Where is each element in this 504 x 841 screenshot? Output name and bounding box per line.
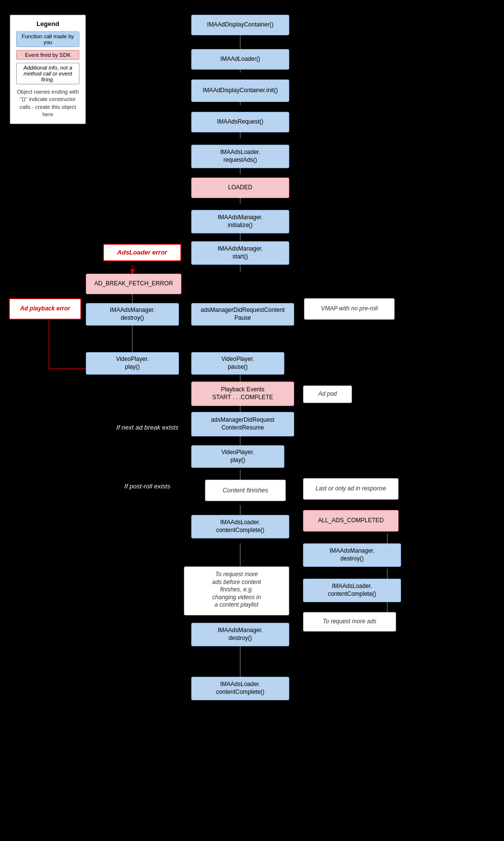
last-or-only-ad-in-response-box: Last or only ad in response [303, 478, 399, 500]
ima-ads-manager-destroy1-box: IMAAdsManager. destroy() [86, 303, 179, 326]
ads-manager-did-request-content-resume-box: adsManagerDidRequest ContentResume [191, 412, 294, 436]
legend-item-2: Event fired by SDK [16, 50, 79, 60]
legend-blue-box: Function call made by you [16, 31, 79, 47]
content-finishes-box: Content finishes [205, 480, 286, 501]
to-request-more-ads-before-box: To request more ads before content finis… [184, 566, 289, 615]
ima-ad-display-container-init-box: IMAAdDisplayContainer.init() [191, 79, 289, 102]
ima-ads-loader-content-complete1-box: IMAAdsLoader. contentComplete() [191, 515, 289, 538]
video-player-play1-box: VideoPlayer. play() [86, 352, 179, 375]
ima-ads-loader-content-complete3-box: IMAAdsLoader. contentComplete() [191, 677, 289, 700]
loaded-box: LOADED [191, 178, 289, 198]
ads-manager-did-request-content-pause-box: adsManagerDidRequestContent Pause [191, 303, 294, 326]
legend-note: Object names ending with "()" indicate c… [16, 88, 79, 119]
ima-ads-manager-destroy2-box: IMAAdsManager. destroy() [303, 543, 401, 567]
legend-pink-box: Event fired by SDK [16, 50, 79, 60]
legend-italic-box: Additional info, not a method call or ev… [16, 63, 79, 84]
all-ads-completed-box: ALL_ADS_COMPLETED [303, 510, 399, 532]
ads-loader-error-box: AdsLoader error [103, 244, 181, 261]
to-request-more-ads-box: To request more ads [303, 612, 396, 632]
vmap-no-pre-roll-box: VMAP with no pre-roll [304, 298, 395, 320]
ad-break-fetch-error-box: AD_BREAK_FETCH_ERROR [86, 274, 181, 294]
video-player-pause-box: VideoPlayer. pause() [191, 352, 284, 375]
ima-ads-loader-request-ads-box: IMAAdsLoader. requestAds() [191, 145, 289, 168]
if-next-ad-break-box: If next ad break exists [102, 417, 193, 438]
ima-ads-manager-destroy3-box: IMAAdsManager. destroy() [191, 623, 289, 646]
ima-ads-loader-box: IMAAdLoader() [191, 49, 289, 70]
ima-ad-display-container-box: IMAAdDisplayContainer() [191, 15, 289, 35]
video-player-play2-box: VideoPlayer. play() [191, 445, 284, 468]
playback-events-box: Playback Events START . . .COMPLETE [191, 382, 294, 406]
legend-box: Legend Function call made by you Event f… [10, 15, 86, 124]
ad-pod-box: Ad pod [303, 385, 352, 403]
if-post-roll-exists-box: If post-roll exists [107, 476, 188, 497]
legend-item-3: Additional info, not a method call or ev… [16, 63, 79, 84]
ad-playback-error-box: Ad playback error [9, 298, 81, 320]
diagram-container: Legend Function call made by you Event f… [0, 0, 504, 841]
legend-item-1: Function call made by you [16, 31, 79, 47]
ima-ads-manager-start-box: IMAAdsManager. start() [191, 241, 289, 265]
ima-ads-manager-initialize-box: IMAAdsManager. initialize() [191, 210, 289, 233]
ima-ads-request-box: IMAAdsRequest() [191, 112, 289, 132]
ima-ads-loader-content-complete2-box: IMAAdsLoader. contentComplete() [303, 579, 401, 602]
legend-title: Legend [16, 20, 79, 27]
